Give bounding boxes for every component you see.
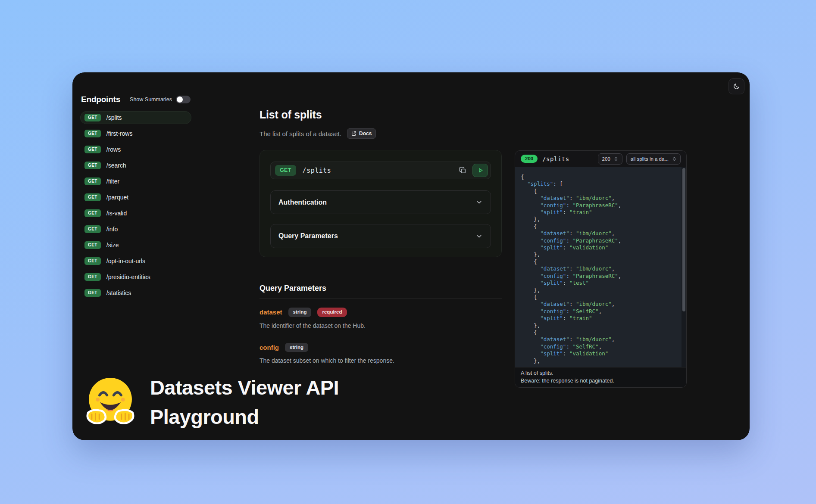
branding: Datasets Viewer API Playground bbox=[84, 373, 339, 432]
method-badge: GET bbox=[84, 241, 101, 249]
copy-icon bbox=[459, 166, 467, 174]
endpoints-list: GET /splits GET /first-rows GET /rows GE… bbox=[80, 111, 191, 299]
response-json-viewer: { "splits": [ { "dataset": "ibm/duorc", … bbox=[515, 167, 686, 367]
query-parameters-accordion[interactable]: Query Parameters bbox=[270, 224, 491, 248]
sidebar-item-first-rows[interactable]: GET /first-rows bbox=[80, 127, 191, 140]
sidebar-item-parquet[interactable]: GET /parquet bbox=[80, 191, 191, 204]
response-footer-line: Beware: the response is not paginated. bbox=[521, 377, 681, 385]
request-bar: GET /splits bbox=[270, 162, 491, 179]
sidebar-item-opt-in-out-urls[interactable]: GET /opt-in-out-urls bbox=[80, 255, 191, 268]
param-description: The dataset subset on which to filter th… bbox=[259, 357, 502, 364]
status-badge: 200 bbox=[521, 155, 538, 163]
scrollbar-thumb[interactable] bbox=[682, 168, 685, 311]
sidebar-item-statistics[interactable]: GET /statistics bbox=[80, 286, 191, 299]
params-list: dataset string required The identifier o… bbox=[259, 308, 502, 364]
response-panel: 200 /splits 200 all splits in a da... bbox=[515, 150, 687, 388]
scrollbar-track bbox=[682, 167, 686, 367]
method-badge: GET bbox=[84, 114, 101, 121]
hugging-face-logo bbox=[84, 373, 137, 428]
sidebar-item-presidio-entities[interactable]: GET /presidio-entities bbox=[80, 271, 191, 283]
play-icon bbox=[477, 167, 484, 174]
response-footer-line: A list of splits. bbox=[521, 370, 681, 377]
method-badge: GET bbox=[84, 146, 101, 153]
sidebar-item-filter[interactable]: GET /filter bbox=[80, 175, 191, 188]
endpoint-path-label: /info bbox=[106, 226, 118, 233]
method-badge: GET bbox=[84, 273, 101, 281]
status-code-select-value: 200 bbox=[602, 156, 610, 162]
chevron-down-icon bbox=[475, 233, 483, 240]
sidebar-item-search[interactable]: GET /search bbox=[80, 159, 191, 172]
external-link-icon bbox=[351, 131, 356, 136]
method-badge: GET bbox=[84, 130, 101, 137]
page-subtitle: The list of splits of a dataset. bbox=[259, 130, 341, 137]
sidebar-title: Endpoints bbox=[81, 95, 120, 104]
endpoint-path-label: /presidio-entities bbox=[106, 274, 150, 280]
param-required-badge: required bbox=[317, 308, 347, 317]
main-content: List of splits The list of splits of a d… bbox=[259, 109, 502, 364]
endpoint-path-label: /is-valid bbox=[106, 210, 127, 217]
status-code-select[interactable]: 200 bbox=[598, 153, 622, 165]
method-badge: GET bbox=[84, 257, 101, 265]
response-path: /splits bbox=[542, 156, 569, 162]
endpoint-path-label: /opt-in-out-urls bbox=[106, 258, 145, 264]
docs-button[interactable]: Docs bbox=[347, 128, 376, 139]
method-badge: GET bbox=[84, 193, 101, 201]
chevron-up-down-icon bbox=[672, 156, 676, 162]
endpoint-path-label: /statistics bbox=[106, 289, 131, 296]
example-select-value: all splits in a da... bbox=[631, 156, 669, 162]
endpoint-path-label: /filter bbox=[106, 178, 119, 185]
param-block: dataset string required The identifier o… bbox=[259, 308, 502, 329]
param-type-badge: string bbox=[285, 343, 308, 352]
show-summaries-toggle[interactable] bbox=[176, 96, 191, 103]
response-footer: A list of splits.Beware: the response is… bbox=[515, 367, 686, 387]
copy-button[interactable] bbox=[456, 164, 469, 177]
toggle-knob bbox=[177, 96, 183, 103]
sidebar-item-is-valid[interactable]: GET /is-valid bbox=[80, 207, 191, 220]
param-description: The identifier of the dataset on the Hub… bbox=[259, 322, 502, 329]
accordion-label: Authentication bbox=[278, 199, 327, 206]
page-title: List of splits bbox=[259, 109, 502, 121]
endpoint-path-label: /parquet bbox=[106, 194, 128, 201]
param-type-badge: string bbox=[288, 308, 312, 317]
sidebar-item-size[interactable]: GET /size bbox=[80, 239, 191, 252]
param-block: config string The dataset subset on whic… bbox=[259, 343, 502, 364]
endpoint-path-label: /size bbox=[106, 242, 119, 249]
authentication-accordion[interactable]: Authentication bbox=[270, 190, 491, 214]
method-badge: GET bbox=[84, 162, 101, 169]
brand-title-line1: Datasets Viewer API bbox=[150, 373, 339, 402]
example-select[interactable]: all splits in a da... bbox=[626, 153, 681, 165]
dark-mode-toggle-button[interactable] bbox=[728, 78, 744, 94]
endpoint-path-label: /splits bbox=[106, 114, 122, 121]
chevron-down-icon bbox=[475, 199, 483, 206]
sidebar-item-info[interactable]: GET /info bbox=[80, 223, 191, 236]
request-path: /splits bbox=[303, 167, 331, 174]
docs-button-label: Docs bbox=[359, 131, 372, 137]
sidebar: Endpoints Show Summaries GET /splits GET… bbox=[80, 95, 191, 302]
request-method-badge: GET bbox=[275, 165, 296, 176]
response-header: 200 /splits 200 all splits in a da... bbox=[515, 151, 686, 167]
method-badge: GET bbox=[84, 225, 101, 233]
moon-icon bbox=[733, 83, 740, 90]
show-summaries-label: Show Summaries bbox=[130, 96, 172, 103]
accordion-label: Query Parameters bbox=[278, 232, 338, 240]
param-name: config bbox=[259, 344, 279, 351]
method-badge: GET bbox=[84, 177, 101, 185]
query-parameters-section-title: Query Parameters bbox=[259, 284, 502, 293]
run-request-button[interactable] bbox=[472, 164, 488, 177]
request-panel: GET /splits bbox=[259, 150, 502, 257]
param-name: dataset bbox=[259, 308, 282, 316]
endpoint-path-label: /search bbox=[106, 162, 126, 169]
chevron-up-down-icon bbox=[614, 156, 618, 162]
method-badge: GET bbox=[84, 209, 101, 217]
method-badge: GET bbox=[84, 289, 101, 297]
brand-title-line2: Playground bbox=[150, 402, 339, 432]
endpoint-path-label: /first-rows bbox=[106, 130, 133, 137]
app-card: Endpoints Show Summaries GET /splits GET… bbox=[72, 72, 750, 440]
endpoint-path-label: /rows bbox=[106, 146, 121, 153]
divider bbox=[259, 299, 502, 299]
sidebar-item-rows[interactable]: GET /rows bbox=[80, 143, 191, 156]
brand-title: Datasets Viewer API Playground bbox=[150, 373, 339, 432]
sidebar-item-splits[interactable]: GET /splits bbox=[80, 111, 191, 124]
